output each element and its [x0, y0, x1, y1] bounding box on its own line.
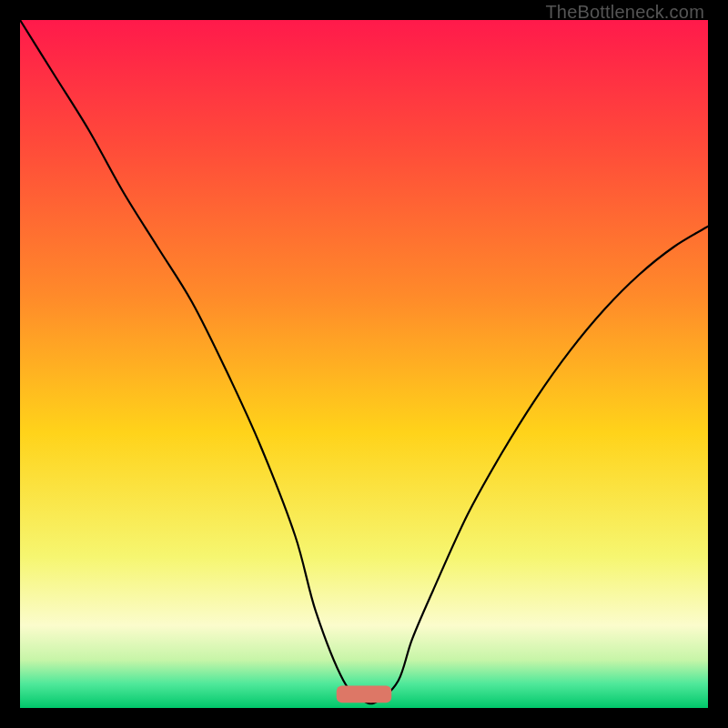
- minimum-marker: [337, 685, 391, 703]
- bottleneck-chart: [20, 20, 708, 708]
- chart-background: [20, 20, 708, 708]
- chart-frame: [20, 20, 708, 708]
